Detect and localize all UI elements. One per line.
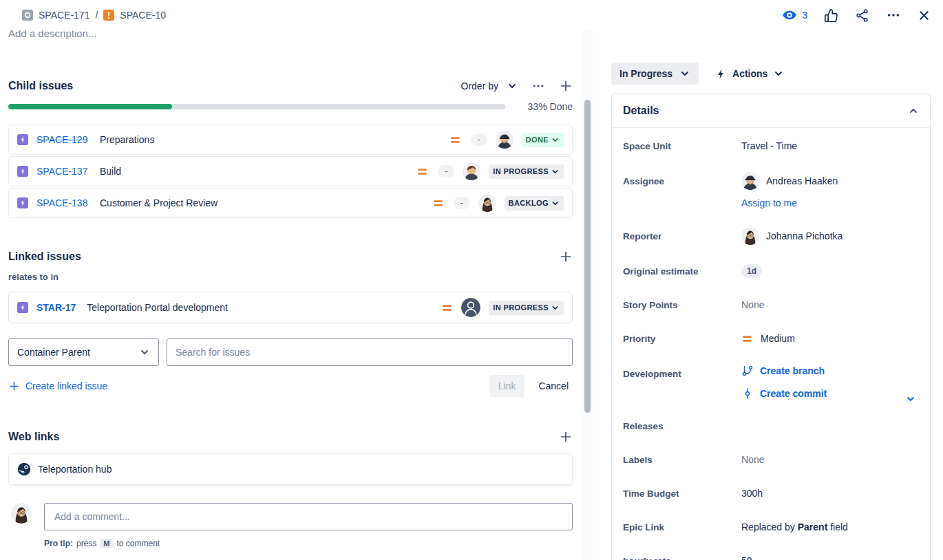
status-dropdown-button[interactable]: In Progress — [611, 63, 699, 85]
assignee-avatar[interactable] — [478, 194, 496, 212]
status-label: In Progress — [619, 68, 672, 79]
status-dropdown[interactable]: IN PROGRESS — [489, 164, 564, 179]
space-unit-value[interactable]: Travel - Time — [741, 140, 919, 151]
epic-link-bold: Parent — [798, 521, 828, 532]
scrollbar-thumb[interactable] — [584, 100, 591, 413]
field-labels: Labels None — [623, 452, 919, 467]
share-button[interactable] — [855, 8, 869, 23]
details-header[interactable]: Details — [612, 94, 930, 128]
subtask-type-icon — [17, 166, 28, 177]
ellipsis-icon — [531, 79, 545, 93]
issue-key-link[interactable]: STAR-17 — [36, 302, 76, 313]
plus-icon — [559, 250, 573, 263]
thumbs-up-icon — [824, 8, 838, 23]
issue-search-input[interactable] — [167, 338, 573, 366]
plus-icon — [559, 430, 573, 444]
child-issue-row[interactable]: SPACE-137 Build - IN PROGRESS — [8, 156, 573, 186]
field-original-estimate: Original estimate 1d — [623, 263, 919, 279]
plus-icon — [8, 380, 20, 392]
child-issue-row[interactable]: SPACE-129 Preparations - DONE — [8, 125, 573, 155]
actions-dropdown-button[interactable]: Actions — [715, 68, 784, 80]
chevron-down-icon — [773, 68, 784, 79]
link-issue-form: Container Parent — [8, 338, 573, 366]
estimate-badge[interactable]: - — [438, 165, 454, 177]
details-fields: Space Unit Travel - Time Assignee Andrea… — [612, 128, 930, 560]
breadcrumb-parent-link[interactable]: SPACE-171 — [39, 10, 89, 21]
chevron-down-icon[interactable] — [905, 394, 916, 405]
estimate-badge[interactable]: - — [454, 197, 470, 209]
linked-issue-row[interactable]: STAR-17 Teleportation Portal development… — [8, 292, 573, 323]
time-budget-value[interactable]: 300h — [741, 488, 919, 499]
cancel-button[interactable]: Cancel — [534, 375, 573, 397]
add-child-issue-button[interactable] — [559, 79, 573, 93]
field-label: Assignee — [623, 176, 741, 186]
create-branch-link[interactable]: Create branch — [741, 365, 919, 377]
status-dropdown[interactable]: BACKLOG — [505, 196, 564, 211]
add-linked-issue-button[interactable] — [559, 250, 573, 263]
scrollbar-track[interactable] — [582, 30, 593, 560]
assign-to-me-link[interactable]: Assign to me — [741, 197, 797, 208]
create-branch-label: Create branch — [760, 365, 825, 376]
protip-label: Pro tip: — [44, 539, 73, 548]
eye-icon — [782, 8, 797, 23]
priority-value[interactable]: Medium — [741, 333, 919, 345]
progress-label: 33% Done — [515, 101, 573, 112]
story-points-value[interactable]: None — [741, 299, 919, 310]
plus-icon — [559, 79, 573, 93]
web-links-title: Web links — [8, 431, 59, 443]
chevron-up-icon — [908, 105, 919, 116]
status-dropdown[interactable]: DONE — [522, 133, 564, 147]
hourly-rate-value[interactable]: 50 — [741, 555, 919, 560]
lightning-icon — [715, 68, 727, 80]
subtask-type-icon — [17, 134, 28, 145]
reporter-value[interactable]: Johanna Pichotka — [741, 227, 919, 245]
field-priority: Priority Medium — [623, 331, 919, 346]
child-issue-row[interactable]: SPACE-138 Customer & Project Review - BA… — [8, 188, 573, 218]
field-space-unit: Space Unit Travel - Time — [623, 138, 919, 153]
labels-value[interactable]: None — [741, 454, 919, 465]
details-panel: Details Space Unit Travel - Time Assigne… — [611, 94, 931, 560]
order-by-button[interactable]: Order by — [461, 80, 518, 91]
create-linked-issue-button[interactable]: Create linked issue — [8, 380, 107, 392]
assignee-avatar[interactable] — [496, 131, 513, 149]
like-button[interactable] — [824, 8, 838, 23]
protip-press: press — [76, 539, 96, 548]
create-commit-link[interactable]: Create commit — [741, 387, 919, 400]
issue-key-link[interactable]: SPACE-137 — [36, 166, 89, 177]
epic-link-value[interactable]: Replaced by Parent field — [741, 521, 919, 532]
field-label: Labels — [623, 455, 741, 465]
more-actions-button[interactable] — [886, 8, 901, 23]
add-web-link-button[interactable] — [559, 430, 573, 444]
reporter-avatar — [741, 227, 759, 245]
estimate-badge[interactable]: - — [471, 133, 487, 146]
field-epic-link: Epic Link Replaced by Parent field — [623, 519, 919, 535]
details-title: Details — [623, 105, 659, 117]
web-link-item[interactable]: Teleportation hub — [8, 453, 573, 485]
watch-button[interactable]: 3 — [782, 8, 807, 23]
breadcrumb-separator: / — [95, 10, 98, 21]
chevron-down-icon — [551, 167, 560, 176]
breadcrumb-current-link[interactable]: SPACE-10 — [120, 10, 166, 21]
chevron-down-icon — [551, 303, 560, 312]
issue-key-link[interactable]: SPACE-129 — [36, 134, 89, 145]
assignee-avatar[interactable] — [463, 162, 480, 180]
original-estimate-value[interactable]: 1d — [741, 264, 762, 278]
reporter-name: Johanna Pichotka — [766, 230, 843, 241]
comment-input[interactable] — [44, 503, 573, 530]
ellipsis-icon — [886, 8, 901, 23]
close-button[interactable] — [918, 9, 931, 22]
status-dropdown[interactable]: IN PROGRESS — [489, 301, 564, 315]
child-issues-more-button[interactable] — [531, 79, 545, 93]
comment-protip: Pro tip: press M to comment — [44, 539, 573, 548]
link-button[interactable]: Link — [489, 375, 525, 397]
subtask-type-icon — [17, 197, 28, 208]
chevron-down-icon — [139, 347, 150, 358]
issue-detail-view: SPACE-171 / SPACE-10 3 Add a — [0, 0, 943, 560]
comment-area — [8, 503, 573, 530]
field-hourly-rate: hourly rate 50 — [623, 553, 919, 560]
issue-key-link[interactable]: SPACE-138 — [36, 197, 89, 208]
link-type-select[interactable]: Container Parent — [8, 338, 159, 366]
unassigned-avatar[interactable] — [461, 298, 480, 317]
link-type-value: Container Parent — [17, 347, 90, 358]
assignee-value[interactable]: Andreas Haaken — [741, 172, 919, 190]
